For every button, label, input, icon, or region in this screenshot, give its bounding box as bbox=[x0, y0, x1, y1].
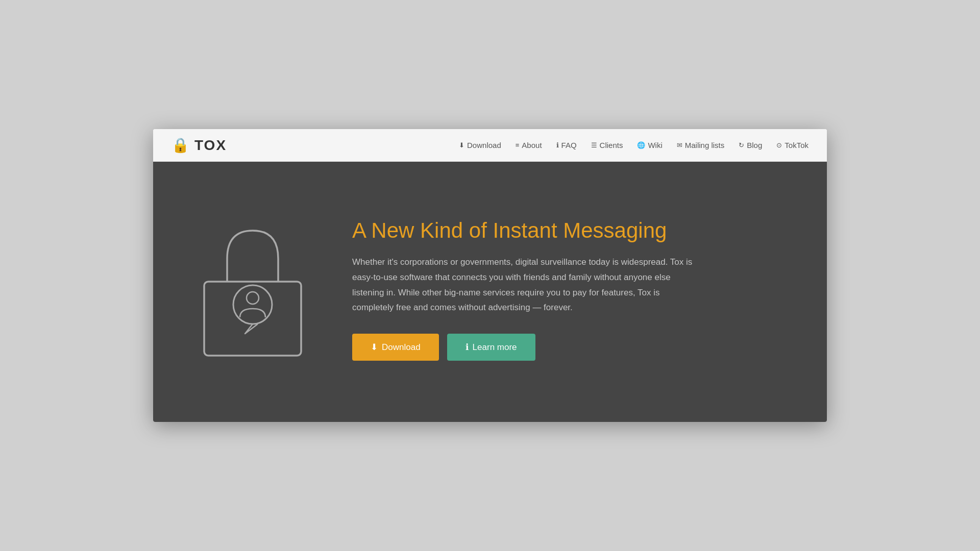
nav-mailing-link[interactable]: ✉ Mailing lists bbox=[677, 141, 725, 149]
hero-title: A New Kind of Instant Messaging bbox=[352, 218, 786, 243]
nav-item-about[interactable]: ≡ About bbox=[516, 141, 542, 149]
logo-link[interactable]: 🔒 TOX bbox=[172, 137, 227, 154]
nav-item-blog[interactable]: ↻ Blog bbox=[739, 141, 762, 149]
browser-window: 🔒 TOX ⬇ Download ≡ About ℹ FAQ bbox=[153, 129, 827, 422]
learn-more-button[interactable]: ℹ Learn more bbox=[447, 334, 535, 361]
nav-item-wiki[interactable]: 🌐 Wiki bbox=[637, 141, 662, 149]
mailing-nav-icon: ✉ bbox=[677, 141, 682, 149]
lock-illustration bbox=[194, 215, 311, 363]
nav-item-download[interactable]: ⬇ Download bbox=[459, 141, 501, 149]
brand-name: TOX bbox=[194, 137, 227, 154]
nav-links: ⬇ Download ≡ About ℹ FAQ ☰ Clients bbox=[459, 141, 808, 149]
hero-buttons: ⬇ Download ℹ Learn more bbox=[352, 334, 786, 361]
nav-toktok-link[interactable]: ⊙ TokTok bbox=[776, 141, 808, 149]
svg-rect-0 bbox=[204, 282, 301, 356]
nav-item-faq[interactable]: ℹ FAQ bbox=[556, 141, 577, 149]
wiki-nav-icon: 🌐 bbox=[637, 141, 645, 149]
nav-item-toktok[interactable]: ⊙ TokTok bbox=[776, 141, 808, 149]
nav-blog-link[interactable]: ↻ Blog bbox=[739, 141, 762, 149]
hero-description: Whether it's corporations or governments… bbox=[352, 255, 699, 315]
nav-blog-label: Blog bbox=[747, 141, 762, 149]
learn-more-label: Learn more bbox=[473, 342, 517, 353]
navbar: 🔒 TOX ⬇ Download ≡ About ℹ FAQ bbox=[153, 129, 827, 162]
hero-content: A New Kind of Instant Messaging Whether … bbox=[352, 218, 786, 361]
nav-about-link[interactable]: ≡ About bbox=[516, 141, 542, 149]
nav-download-label: Download bbox=[467, 141, 501, 149]
download-button-label: Download bbox=[382, 342, 421, 353]
nav-faq-label: FAQ bbox=[561, 141, 577, 149]
learn-more-icon: ℹ bbox=[465, 342, 469, 353]
hero-section: A New Kind of Instant Messaging Whether … bbox=[153, 162, 827, 422]
blog-nav-icon: ↻ bbox=[739, 141, 744, 149]
nav-download-link[interactable]: ⬇ Download bbox=[459, 141, 501, 149]
download-nav-icon: ⬇ bbox=[459, 141, 464, 149]
nav-about-label: About bbox=[522, 141, 542, 149]
faq-nav-icon: ℹ bbox=[556, 141, 559, 149]
nav-faq-link[interactable]: ℹ FAQ bbox=[556, 141, 577, 149]
nav-item-clients[interactable]: ☰ Clients bbox=[591, 141, 623, 149]
nav-wiki-label: Wiki bbox=[648, 141, 662, 149]
toktok-nav-icon: ⊙ bbox=[776, 141, 782, 149]
nav-clients-label: Clients bbox=[600, 141, 623, 149]
nav-toktok-label: TokTok bbox=[785, 141, 808, 149]
nav-clients-link[interactable]: ☰ Clients bbox=[591, 141, 623, 149]
clients-nav-icon: ☰ bbox=[591, 141, 597, 149]
nav-item-mailing[interactable]: ✉ Mailing lists bbox=[677, 141, 725, 149]
about-nav-icon: ≡ bbox=[516, 141, 520, 149]
download-button-icon: ⬇ bbox=[371, 342, 378, 353]
svg-point-2 bbox=[247, 292, 259, 304]
download-button[interactable]: ⬇ Download bbox=[352, 334, 439, 361]
nav-mailing-label: Mailing lists bbox=[685, 141, 725, 149]
lock-icon: 🔒 bbox=[172, 137, 189, 154]
nav-wiki-link[interactable]: 🌐 Wiki bbox=[637, 141, 662, 149]
